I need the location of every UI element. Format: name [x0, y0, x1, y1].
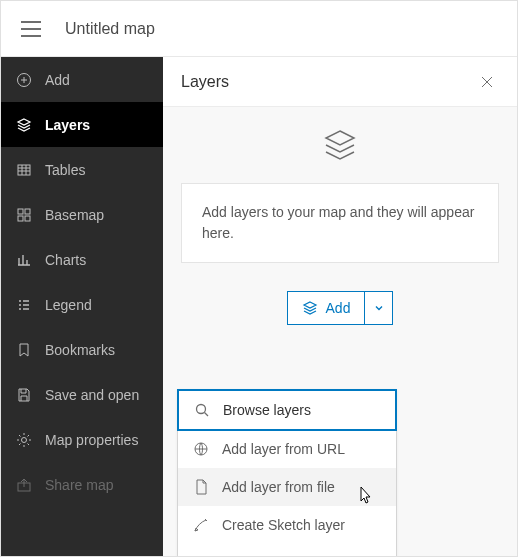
panel-header: Layers: [163, 57, 517, 107]
svg-rect-5: [25, 216, 30, 221]
dropdown-item-label: Add layer from URL: [222, 441, 345, 457]
add-button-label: Add: [326, 300, 351, 316]
globe-icon: [192, 440, 210, 458]
share-icon: [15, 476, 33, 494]
sidebar-item-label: Save and open: [45, 387, 139, 403]
layers-empty-icon: [181, 125, 499, 165]
sidebar-item-label: Legend: [45, 297, 92, 313]
svg-point-6: [22, 437, 27, 442]
sidebar-item-legend[interactable]: Legend: [1, 282, 163, 327]
empty-state-message: Add layers to your map and they will app…: [181, 183, 499, 263]
sidebar-item-label: Bookmarks: [45, 342, 115, 358]
basemap-icon: [15, 206, 33, 224]
pencil-icon: [192, 516, 210, 534]
legend-icon: [15, 296, 33, 314]
table-icon: [15, 161, 33, 179]
svg-rect-3: [25, 209, 30, 214]
dropdown-item-add-from-url[interactable]: Add layer from URL: [178, 430, 396, 468]
add-layer-split-button: Add: [181, 291, 499, 325]
svg-rect-1: [18, 165, 30, 175]
sidebar-item-share-map: Share map: [1, 462, 163, 507]
charts-icon: [15, 251, 33, 269]
add-layer-button[interactable]: Add: [288, 292, 365, 324]
layers-icon: [302, 300, 318, 316]
sidebar-item-label: Charts: [45, 252, 86, 268]
svg-point-8: [197, 405, 206, 414]
panel-body: Add layers to your map and they will app…: [163, 107, 517, 556]
dropdown-item-create-sketch[interactable]: Create Sketch layer: [178, 506, 396, 544]
sidebar-item-label: Map properties: [45, 432, 138, 448]
dropdown-item-label: Add layer from file: [222, 479, 335, 495]
sidebar-item-label: Basemap: [45, 207, 104, 223]
bookmark-icon: [15, 341, 33, 359]
dropdown-item-label: Create Sketch layer: [222, 517, 345, 533]
sidebar-item-layers[interactable]: Layers: [1, 102, 163, 147]
sidebar-item-add[interactable]: Add: [1, 57, 163, 102]
plus-circle-icon: [15, 71, 33, 89]
sidebar-item-charts[interactable]: Charts: [1, 237, 163, 282]
sidebar-item-bookmarks[interactable]: Bookmarks: [1, 327, 163, 372]
sidebar-item-basemap[interactable]: Basemap: [1, 192, 163, 237]
top-bar: Untitled map: [1, 1, 517, 57]
dropdown-item-label: Browse layers: [223, 402, 311, 418]
add-layer-dropdown-menu: Browse layers Add layer from URL Add lay…: [177, 389, 397, 557]
svg-rect-4: [18, 216, 23, 221]
dropdown-item-add-from-file[interactable]: Add layer from file: [178, 468, 396, 506]
left-sidebar: Add Layers Tables Basemap Charts: [1, 57, 163, 556]
sidebar-item-map-properties[interactable]: Map properties: [1, 417, 163, 462]
panel-title: Layers: [181, 73, 229, 91]
sidebar-item-save-and-open[interactable]: Save and open: [1, 372, 163, 417]
hamburger-menu-button[interactable]: [11, 9, 51, 49]
layers-icon: [15, 116, 33, 134]
sidebar-item-label: Tables: [45, 162, 85, 178]
dropdown-item-browse-layers[interactable]: Browse layers: [177, 389, 397, 431]
sidebar-item-label: Add: [45, 72, 70, 88]
svg-rect-2: [18, 209, 23, 214]
sidebar-item-label: Share map: [45, 477, 113, 493]
layers-panel: Layers Add layers to your map and they w…: [163, 57, 517, 556]
close-panel-button[interactable]: [475, 70, 499, 94]
dropdown-item-create-route[interactable]: Create Route layer: [178, 544, 396, 557]
gear-icon: [15, 431, 33, 449]
app-title: Untitled map: [65, 20, 155, 38]
add-layer-dropdown-toggle[interactable]: [364, 292, 392, 324]
sidebar-item-tables[interactable]: Tables: [1, 147, 163, 192]
file-icon: [192, 478, 210, 496]
sidebar-item-label: Layers: [45, 117, 90, 133]
save-icon: [15, 386, 33, 404]
search-icon: [193, 401, 211, 419]
